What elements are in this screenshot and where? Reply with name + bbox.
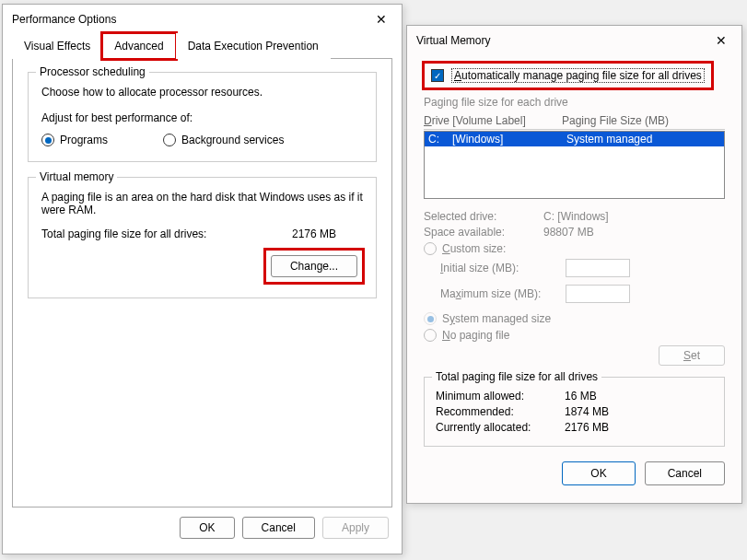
radio-custom-size: Custom size:: [424, 242, 725, 255]
vm-cancel-button[interactable]: Cancel: [645, 461, 725, 485]
tab-advanced[interactable]: Advanced: [102, 33, 175, 59]
proc-desc: Choose how to allocate processor resourc…: [41, 86, 363, 99]
radio-dot-icon: [41, 134, 54, 146]
radio-no-paging: No paging file: [424, 329, 725, 342]
hdr-size: Paging File Size (MB): [562, 114, 669, 127]
drive-row[interactable]: C: [Windows] System managed: [425, 132, 724, 146]
perf-tabs: Visual Effects Advanced Data Execution P…: [3, 32, 402, 58]
auto-manage-label: Automatically manage paging file size fo…: [451, 68, 705, 83]
ok-button[interactable]: OK: [180, 517, 234, 539]
processor-scheduling-group: Processor scheduling Choose how to alloc…: [28, 72, 377, 162]
tab-visual-effects[interactable]: Visual Effects: [12, 33, 102, 59]
radio-background[interactable]: Background services: [163, 134, 284, 146]
cur-value: 2176 MB: [565, 421, 609, 434]
auto-manage-checkbox[interactable]: ✓: [431, 69, 444, 82]
apply-button[interactable]: Apply: [322, 517, 389, 539]
radio-programs-label: Programs: [60, 134, 108, 146]
radio-system-managed: System managed size: [424, 312, 725, 325]
radio-dot-icon: [424, 312, 437, 325]
selected-drive-value: C: [Windows]: [543, 210, 609, 223]
hdr-drive: Drive [Volume Label]: [424, 114, 562, 127]
change-button[interactable]: Change...: [271, 255, 357, 277]
min-value: 16 MB: [565, 390, 597, 402]
maximum-size-label: Maximum size (MB):: [440, 287, 560, 300]
auto-manage-row: ✓ Automatically manage paging file size …: [424, 63, 712, 88]
close-icon[interactable]: ✕: [710, 33, 732, 48]
close-icon[interactable]: ✕: [370, 12, 392, 27]
initial-size-label: Initial size (MB):: [440, 262, 560, 274]
radio-programs[interactable]: Programs: [41, 134, 108, 146]
space-available-label: Space available:: [424, 226, 543, 239]
drive-label: [Windows]: [452, 133, 566, 146]
paging-each-label: Paging file size for each drive: [424, 96, 725, 109]
total-group-title: Total paging file size for all drives: [432, 370, 601, 383]
drive-size: System managed: [566, 133, 652, 146]
radio-dot-icon: [163, 134, 176, 146]
vm-ok-button[interactable]: OK: [562, 461, 635, 485]
proc-adjust: Adjust for best performance of:: [41, 111, 363, 124]
rec-label: Recommended:: [436, 405, 565, 418]
tab-dep[interactable]: Data Execution Prevention: [176, 33, 331, 59]
min-label: Minimum allowed:: [436, 390, 565, 402]
perf-panel: Processor scheduling Choose how to alloc…: [12, 58, 392, 508]
virtual-memory-dialog: Virtual Memory ✕ ✓ Automatically manage …: [406, 25, 742, 504]
set-button: Set: [659, 345, 725, 366]
space-available-value: 98807 MB: [543, 226, 594, 239]
selected-drive-label: Selected drive:: [424, 210, 543, 223]
cancel-button[interactable]: Cancel: [242, 517, 315, 539]
performance-options-dialog: Performance Options ✕ Visual Effects Adv…: [2, 4, 403, 554]
total-paging-group: Total paging file size for all drives Mi…: [424, 377, 725, 447]
vm-group-title: Virtual memory: [36, 170, 117, 183]
radio-dot-icon: [424, 242, 437, 255]
perf-titlebar: Performance Options ✕: [3, 5, 402, 32]
vm-total-value: 2176 MB: [292, 228, 336, 240]
drive-letter: C:: [428, 133, 452, 146]
vm-desc: A paging file is an area on the hard dis…: [41, 191, 363, 216]
drive-list[interactable]: C: [Windows] System managed: [424, 131, 725, 199]
vm-titlebar: Virtual Memory ✕: [407, 26, 741, 53]
vm-title: Virtual Memory: [416, 34, 490, 47]
cur-label: Currently allocated:: [436, 421, 565, 434]
initial-size-input: [566, 259, 630, 277]
perf-title: Performance Options: [12, 13, 116, 26]
rec-value: 1874 MB: [565, 405, 609, 418]
radio-background-label: Background services: [181, 134, 284, 146]
radio-dot-icon: [424, 329, 437, 342]
drive-list-header: Drive [Volume Label] Paging File Size (M…: [424, 114, 725, 130]
proc-group-title: Processor scheduling: [36, 65, 149, 78]
vm-total-label: Total paging file size for all drives:: [41, 228, 206, 240]
virtual-memory-group: Virtual memory A paging file is an area …: [28, 177, 377, 298]
maximum-size-input: [566, 285, 630, 303]
